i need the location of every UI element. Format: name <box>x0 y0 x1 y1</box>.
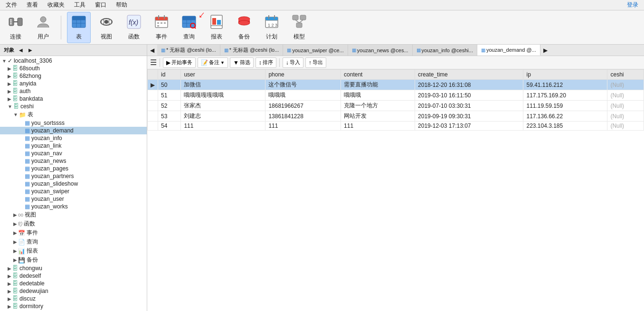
col-header-user[interactable]: user <box>181 70 265 80</box>
cell-phone[interactable]: 哦哦哦 <box>265 90 341 101</box>
col-header-ceshi[interactable]: ceshi <box>607 70 644 80</box>
cell-ip[interactable]: 117.175.169.20 <box>523 90 607 101</box>
cell-create_time[interactable]: 2019-07-10 03:30:31 <box>415 101 523 111</box>
menu-tools[interactable]: 工具 <box>72 0 87 9</box>
cell-user[interactable]: 张家杰 <box>181 101 265 111</box>
toolbar-backup[interactable]: 备份 <box>232 12 256 43</box>
table-row[interactable]: 53刘建志13861841228网站开发2019-09-19 09:30:311… <box>148 111 644 122</box>
tab-more-left[interactable]: ◀ <box>147 46 157 55</box>
tree-expand-icon[interactable]: ▶ <box>13 257 17 263</box>
tree-item-chongwu[interactable]: ▶🗄chongwu <box>0 264 147 272</box>
tree-item-68zhong[interactable]: ▶🗄68zhong <box>0 72 147 80</box>
tree-expand-icon[interactable]: ▶ <box>13 239 17 245</box>
tree-item-dedetable[interactable]: ▶🗄dedetable <box>0 280 147 287</box>
cell-id[interactable]: 52 <box>158 101 181 111</box>
cell-ceshi[interactable]: (Null) <box>607 90 644 101</box>
tab-tab2[interactable]: ▦* 无标题 @ceshi (lo... <box>220 45 284 56</box>
table-row[interactable]: 51哦哦嘎嘎嘎哦哦哦哦哦哦哦哦2019-03-10 16:11:50117.17… <box>148 90 644 101</box>
tab-tab3[interactable]: ▦youzan_swiper @ce... <box>283 45 348 56</box>
login-button[interactable]: 登录 <box>625 0 640 9</box>
tree-item-func_folder[interactable]: ▶f()函数 <box>0 219 147 228</box>
tree-item-dormitory[interactable]: ▶🗄dormitory <box>0 302 147 310</box>
tree-item-query_folder[interactable]: ▶📄查询 <box>0 237 147 246</box>
import-btn[interactable]: ↓ 导入 <box>283 57 303 68</box>
toolbar-user[interactable]: 用户 <box>31 12 55 43</box>
tree-item-youzan_link[interactable]: ▦youzan_link <box>0 142 147 150</box>
cell-phone[interactable]: 111 <box>265 122 341 131</box>
cell-ceshi[interactable]: (Null) <box>607 101 644 111</box>
tree-item-events_folder[interactable]: ▶📅事件 <box>0 228 147 237</box>
tree-item-youzan_swiper[interactable]: ▦youzan_swiper <box>0 188 147 195</box>
table-row[interactable]: 541111111112019-12-03 17:13:07223.104.3.… <box>148 122 644 131</box>
tree-expand-icon[interactable]: ▼ <box>13 112 18 117</box>
cell-phone[interactable]: 18681966267 <box>265 101 341 111</box>
cell-user[interactable]: 哦哦嘎嘎嘎哦哦 <box>181 90 265 101</box>
cell-ip[interactable]: 223.104.3.185 <box>523 122 607 131</box>
toolbar-view[interactable]: 视图 <box>95 12 118 43</box>
table-menu-icon[interactable]: ☰ <box>150 58 157 67</box>
tree-expand-icon[interactable]: ▼ <box>8 104 12 109</box>
tree-item-youzan_info[interactable]: ▦youzan_info <box>0 134 147 142</box>
toolbar-event[interactable]: 事件 <box>150 12 173 43</box>
cell-id[interactable]: 50 <box>158 80 181 90</box>
cell-content[interactable]: 111 <box>341 122 415 131</box>
tab-tab5[interactable]: ▦youzan_info @ceshi... <box>413 45 477 56</box>
col-header-content[interactable]: content <box>341 70 415 80</box>
tree-expand-icon[interactable]: ▶ <box>13 248 17 254</box>
tree-item-youzan_user[interactable]: ▦youzan_user <box>0 195 147 203</box>
tree-item-report_folder[interactable]: ▶📊报表 <box>0 246 147 255</box>
menu-favorites[interactable]: 收藏夹 <box>46 0 66 9</box>
cell-user[interactable]: 111 <box>181 122 265 131</box>
cell-id[interactable]: 51 <box>158 90 181 101</box>
tree-item-dedeself[interactable]: ▶🗄dedeself <box>0 272 147 280</box>
cell-user[interactable]: 加微信 <box>181 80 265 90</box>
toolbar-model[interactable]: 模型 <box>287 12 311 43</box>
cell-id[interactable]: 54 <box>158 122 181 131</box>
cell-create_time[interactable]: 2018-12-20 16:31:08 <box>415 80 523 90</box>
col-header-phone[interactable]: phone <box>265 70 341 80</box>
tree-item-discuz[interactable]: ▶🗄discuz <box>0 295 147 302</box>
col-header-ip[interactable]: ip <box>523 70 607 80</box>
tree-expand-icon[interactable]: ▶ <box>8 266 11 271</box>
cell-phone[interactable]: 这个微信号 <box>265 80 341 90</box>
tree-item-tables[interactable]: ▼📁表 <box>0 110 147 119</box>
cell-content[interactable]: 哦哦哦 <box>341 90 415 101</box>
tree-item-youzan_slideshow[interactable]: ▦youzan_slideshow <box>0 180 147 188</box>
tab-more-right[interactable]: ▶ <box>540 46 550 55</box>
tab-tab4[interactable]: ▦youzan_news @ces... <box>348 45 413 56</box>
tree-expand-icon[interactable]: ▶ <box>8 296 11 302</box>
tree-item-localhost[interactable]: ▼✓localhost_3306 <box>0 57 147 65</box>
tree-expand-icon[interactable]: ▶ <box>13 230 17 236</box>
cell-ip[interactable]: 111.19.59.159 <box>523 101 607 111</box>
tree-item-youzan_pages[interactable]: ▦youzan_pages <box>0 165 147 172</box>
tree-item-youzan_partners[interactable]: ▦youzan_partners <box>0 172 147 180</box>
cell-ip[interactable]: 117.136.66.22 <box>523 111 607 122</box>
filter-btn[interactable]: ▼ 筛选 <box>230 57 254 68</box>
tree-expand-icon[interactable]: ▶ <box>8 304 11 309</box>
export-btn[interactable]: ↑ 导出 <box>305 57 326 68</box>
tree-expand-icon[interactable]: ▶ <box>13 221 17 226</box>
cell-user[interactable]: 刘建志 <box>181 111 265 122</box>
tree-expand-icon[interactable]: ▶ <box>8 281 11 286</box>
tree-expand-icon[interactable]: ▶ <box>8 81 11 86</box>
toolbar-report[interactable]: 报表 <box>205 12 228 43</box>
tree-item-you_sortssss[interactable]: ▦you_sortssss <box>0 119 147 127</box>
cell-content[interactable]: 克隆一个地方 <box>341 101 415 111</box>
table-row[interactable]: ▶50加微信这个微信号需要直播功能2018-12-20 16:31:0859.4… <box>148 80 644 90</box>
table-row[interactable]: 52张家杰18681966267克隆一个地方2019-07-10 03:30:3… <box>148 101 644 111</box>
menu-window[interactable]: 窗口 <box>93 0 108 9</box>
menu-view[interactable]: 查看 <box>25 0 40 9</box>
cell-phone[interactable]: 13861841228 <box>265 111 341 122</box>
sidebar-chevron-right[interactable]: ▶ <box>27 47 34 53</box>
menu-file[interactable]: 文件 <box>4 0 19 9</box>
tree-item-bankdata[interactable]: ▶🗄bankdata <box>0 95 147 103</box>
cell-content[interactable]: 需要直播功能 <box>341 80 415 90</box>
tree-item-anyida[interactable]: ▶🗄anyida <box>0 80 147 87</box>
tab-tab1[interactable]: ▦* 无标题 @ceshi (lo... <box>157 45 220 56</box>
sidebar-chevron-left[interactable]: ◀ <box>17 47 25 53</box>
tree-expand-icon[interactable]: ▶ <box>8 273 11 279</box>
tree-item-youzan_works[interactable]: ▦youzan_works <box>0 203 147 210</box>
cell-content[interactable]: 网站开发 <box>341 111 415 122</box>
begin-transaction-btn[interactable]: ▶ 开始事务 <box>163 57 196 68</box>
sort-btn[interactable]: ↕ 排序 <box>256 57 276 68</box>
